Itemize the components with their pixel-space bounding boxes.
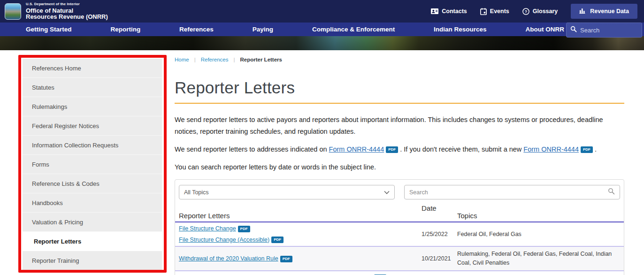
pdf-badge: PDF: [238, 226, 250, 232]
letters-search-card: All Topics Reporter Letters Date: [175, 179, 624, 275]
top-header: U.S. Department of the Interior Office o…: [0, 0, 644, 23]
sidebar-item-valuation-pricing[interactable]: Valuation & Pricing: [23, 213, 162, 232]
letters-search-input[interactable]: [409, 189, 608, 196]
letter-link-item: File Structure ChangePDF: [179, 225, 422, 232]
letter-link-item: Withdrawal of the 2020 Valuation RulePDF: [179, 255, 422, 262]
page: U.S. Department of the Interior Office o…: [0, 0, 644, 275]
intro2-text-mid: . If you don't receive them, submit a ne…: [398, 145, 523, 153]
topics-cell: Rulemaking, Federal Oil, Federal Gas, Fe…: [457, 250, 624, 267]
onrr-logo: [5, 3, 21, 20]
sidebar-item-federal-register-notices[interactable]: Federal Register Notices: [23, 116, 162, 136]
nav-references[interactable]: References: [179, 26, 214, 33]
form-onrr-4444-link-2[interactable]: Form ONRR-4444: [523, 145, 579, 153]
header-utility-links: Contacts Events ? Glossary Revenue Data: [431, 4, 637, 19]
nav-compliance-enforcement[interactable]: Compliance & Enforcement: [312, 26, 395, 33]
agency-small-line: U.S. Department of the Interior: [26, 2, 108, 6]
main-content: Home | References | Reporter Letters Rep…: [175, 50, 624, 275]
intro2-text-post: .: [593, 145, 597, 153]
sidebar-item-rulemakings[interactable]: Rulemakings: [23, 97, 162, 116]
content-area: References Home Statutes Rulemakings Fed…: [0, 50, 644, 275]
agency-line1: Office of Natural: [26, 8, 108, 14]
topics-dropdown[interactable]: All Topics: [179, 185, 395, 199]
events-link[interactable]: Events: [480, 8, 509, 15]
sidebar-item-statutes[interactable]: Statutes: [23, 78, 162, 97]
intro-paragraph-2: We send reporter letters to addresses in…: [175, 144, 624, 155]
column-header-topics: Topics: [457, 212, 624, 220]
hero-photo-strip: [0, 36, 644, 50]
main-navigation: Getting Started Reporting References Pay…: [0, 23, 644, 36]
contact-card-icon: [431, 8, 438, 15]
pdf-badge: PDF: [280, 256, 292, 262]
svg-text:?: ?: [525, 9, 527, 14]
column-header-reporter-letters: Reporter Letters: [179, 212, 422, 220]
letter-link[interactable]: File Structure Change (Accessible): [179, 237, 269, 243]
site-search-input[interactable]: [580, 27, 636, 34]
intro-paragraph-1: We send reporter letters to active payor…: [175, 114, 624, 138]
sidebar-item-references-home[interactable]: References Home: [23, 59, 162, 78]
breadcrumb: Home | References | Reporter Letters: [175, 57, 624, 62]
contacts-link[interactable]: Contacts: [431, 8, 467, 15]
table-row: File Structure ChangePDF File Structure …: [175, 222, 624, 247]
site-search-box[interactable]: [566, 23, 642, 38]
letter-link-item: File Structure Change (Accessible)PDF: [179, 237, 422, 244]
pdf-badge: PDF: [581, 146, 593, 153]
nav-about-onrr[interactable]: About ONRR: [526, 26, 564, 33]
sidebar-item-reporter-letters[interactable]: Reporter Letters: [23, 232, 162, 251]
nav-indian-resources[interactable]: Indian Resources: [434, 26, 487, 33]
sidebar-item-reporter-training[interactable]: Reporter Training: [23, 251, 162, 270]
table-row: Extending the Deadline for 2016 Valuatio…: [175, 271, 624, 275]
events-label: Events: [490, 8, 509, 15]
form-onrr-4444-link-1[interactable]: Form ONRR-4444: [329, 145, 384, 153]
nav-items: Getting Started Reporting References Pay…: [0, 26, 644, 33]
sidebar-item-information-collection-requests[interactable]: Information Collection Requests: [23, 136, 162, 155]
bar-chart-icon: [579, 8, 586, 15]
intro2-text-pre: We send reporter letters to addresses in…: [175, 145, 329, 153]
breadcrumb-separator: |: [234, 57, 235, 62]
pdf-badge: PDF: [386, 146, 398, 153]
breadcrumb-home-link[interactable]: Home: [175, 57, 189, 62]
sidebar-item-reference-lists-codes[interactable]: Reference Lists & Codes: [23, 174, 162, 193]
topics-cell: Federal Oil, Federal Gas: [457, 230, 624, 239]
search-icon: [608, 188, 615, 197]
table-row: Withdrawal of the 2020 Valuation RulePDF…: [175, 247, 624, 271]
letter-link[interactable]: Withdrawal of the 2020 Valuation Rule: [179, 255, 278, 262]
page-title: Reporter Letters: [175, 78, 624, 97]
calendar-icon: [480, 8, 487, 15]
topics-dropdown-value: All Topics: [184, 189, 209, 196]
sidebar-item-handbooks[interactable]: Handbooks: [23, 193, 162, 213]
pdf-badge: PDF: [271, 237, 284, 243]
breadcrumb-current: Reporter Letters: [240, 57, 282, 62]
date-cell: 10/21/2021: [422, 255, 457, 262]
references-sidebar: References Home Statutes Rulemakings Fed…: [23, 59, 162, 270]
revenue-data-label: Revenue Data: [590, 8, 629, 15]
letter-links-cell: Withdrawal of the 2020 Valuation RulePDF: [179, 255, 422, 262]
breadcrumb-separator: |: [194, 57, 196, 62]
intro-paragraph-3: You can search reporter letters by date …: [175, 161, 624, 173]
filter-row: All Topics: [175, 180, 624, 199]
chevron-down-icon: [384, 189, 390, 196]
glossary-label: Glossary: [533, 8, 558, 15]
revenue-data-button[interactable]: Revenue Data: [571, 4, 637, 19]
question-circle-icon: ?: [522, 8, 529, 15]
sidebar-item-forms[interactable]: Forms: [23, 155, 162, 174]
agency-title: U.S. Department of the Interior Office o…: [26, 2, 108, 20]
nav-paying[interactable]: Paying: [253, 26, 273, 33]
contacts-label: Contacts: [442, 8, 467, 15]
letters-search-box[interactable]: [404, 185, 620, 199]
breadcrumb-references-link[interactable]: References: [201, 57, 229, 62]
nav-reporting[interactable]: Reporting: [110, 26, 140, 33]
date-cell: 1/25/2022: [422, 231, 457, 237]
column-header-date: Date: [422, 204, 457, 212]
search-icon: [570, 26, 577, 34]
letter-links-cell: File Structure ChangePDF File Structure …: [179, 225, 422, 243]
agency-line2: Resources Revenue (ONRR): [26, 14, 108, 20]
letter-link[interactable]: File Structure Change: [179, 225, 236, 232]
table-header-row: Reporter Letters Date Topics: [175, 212, 624, 222]
nav-getting-started[interactable]: Getting Started: [26, 26, 72, 33]
title-accent-rule: [175, 103, 624, 104]
glossary-link[interactable]: ? Glossary: [522, 8, 558, 15]
